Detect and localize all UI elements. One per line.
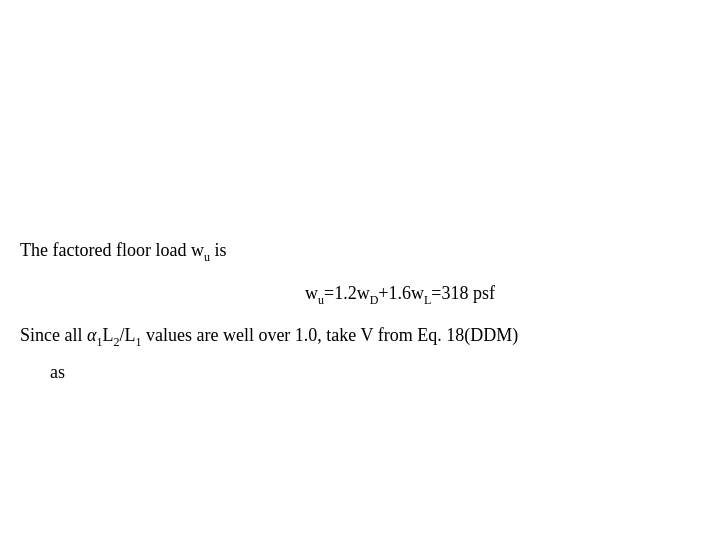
- page-container: The factored floor load wu is wu=1.2wD+1…: [0, 0, 720, 540]
- factored-load-line: The factored floor load wu is: [20, 240, 700, 265]
- wu-equation-text: wu=1.2wD+1.6wL=318 psf: [305, 283, 495, 303]
- as-line: as: [50, 362, 700, 383]
- since-line: Since all α1L2/L1 values are well over 1…: [20, 325, 700, 350]
- content-area: The factored floor load wu is wu=1.2wD+1…: [20, 240, 700, 383]
- since-text: Since all α1L2/L1 values are well over 1…: [20, 325, 518, 345]
- wu-equation-line: wu=1.2wD+1.6wL=318 psf: [20, 283, 700, 308]
- as-text: as: [50, 362, 65, 382]
- factored-load-text: The factored floor load wu is: [20, 240, 226, 260]
